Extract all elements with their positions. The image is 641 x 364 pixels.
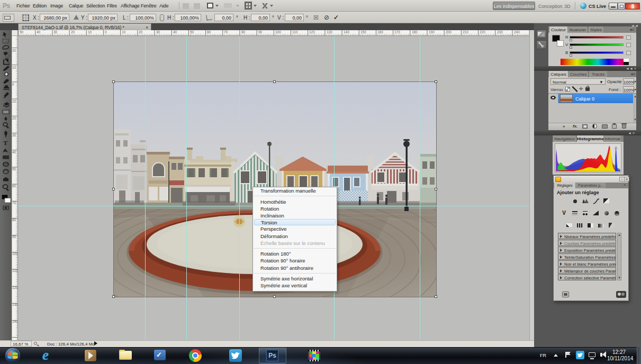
svg-text:T: T [3, 140, 8, 147]
